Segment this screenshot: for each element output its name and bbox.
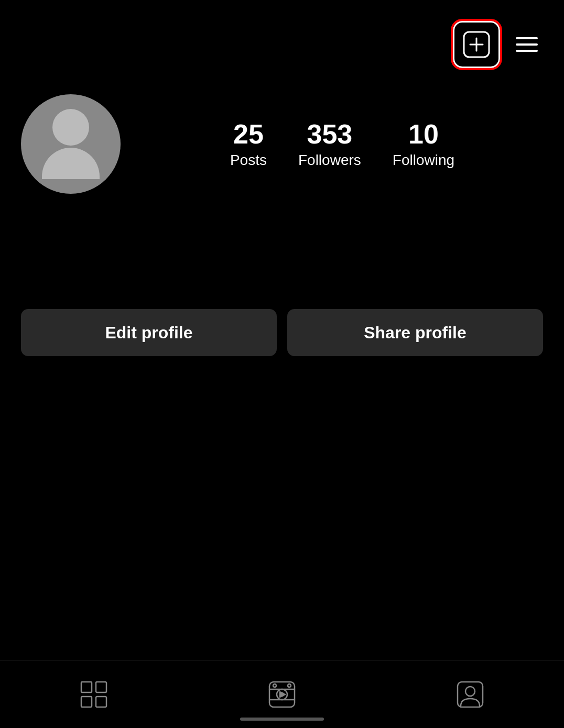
- following-count: 10: [408, 119, 439, 149]
- share-profile-button[interactable]: Share profile: [287, 309, 543, 356]
- followers-label: Followers: [298, 152, 361, 169]
- nav-reels[interactable]: [261, 674, 303, 715]
- menu-icon: [516, 50, 538, 52]
- header: [0, 0, 564, 79]
- avatar-body: [42, 148, 100, 179]
- posts-count: 25: [233, 119, 264, 149]
- plus-square-icon: [462, 30, 491, 59]
- following-stat[interactable]: 10 Following: [393, 119, 454, 168]
- svg-rect-5: [81, 697, 92, 707]
- svg-rect-6: [96, 697, 106, 707]
- avatar[interactable]: [21, 94, 121, 194]
- svg-rect-4: [96, 682, 106, 692]
- svg-point-13: [288, 684, 291, 687]
- svg-point-12: [273, 684, 276, 687]
- reels-icon: [267, 680, 297, 709]
- svg-rect-3: [81, 682, 92, 692]
- followers-count: 353: [307, 119, 352, 149]
- menu-button[interactable]: [511, 32, 543, 57]
- action-buttons: Edit profile Share profile: [0, 288, 564, 377]
- svg-marker-14: [280, 692, 285, 697]
- stats-container: 25 Posts 353 Followers 10 Following: [142, 119, 543, 168]
- tagged-icon: [455, 680, 485, 709]
- nav-tagged[interactable]: [449, 674, 491, 715]
- home-indicator: [240, 718, 324, 721]
- posts-stat[interactable]: 25 Posts: [230, 119, 267, 168]
- avatar-head: [52, 109, 89, 146]
- grid-icon: [79, 680, 109, 709]
- edit-profile-button[interactable]: Edit profile: [21, 309, 277, 356]
- following-label: Following: [393, 152, 454, 169]
- svg-point-16: [465, 687, 475, 696]
- menu-icon: [516, 43, 538, 46]
- profile-info: [0, 204, 564, 267]
- new-post-button[interactable]: [453, 21, 500, 68]
- menu-icon: [516, 37, 538, 39]
- nav-grid[interactable]: [73, 674, 115, 715]
- posts-label: Posts: [230, 152, 267, 169]
- followers-stat[interactable]: 353 Followers: [298, 119, 361, 168]
- profile-section: 25 Posts 353 Followers 10 Following: [0, 79, 564, 204]
